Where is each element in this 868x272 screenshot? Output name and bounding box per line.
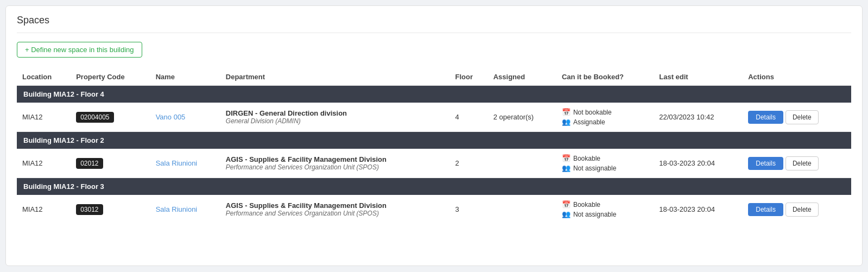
table-header: Location Property Code Name Department F… <box>17 68 851 86</box>
department-sub: General Division (ADMIN) <box>226 117 445 125</box>
delete-button[interactable]: Delete <box>785 156 819 170</box>
department-main: AGIS - Supplies & Facility Management Di… <box>226 201 445 210</box>
cell-assigned <box>488 195 556 224</box>
person-icon: 👥 <box>562 164 571 172</box>
col-floor: Floor <box>450 68 488 86</box>
assignable-status: 👥Not assignable <box>562 164 648 172</box>
page-title: Spaces <box>17 15 851 33</box>
cell-last-edit: 18-03-2023 20:04 <box>654 195 743 224</box>
cell-assigned: 2 operator(s) <box>488 103 556 132</box>
department-sub: Performance and Services Organization Un… <box>226 210 445 217</box>
col-actions: Actions <box>743 68 851 86</box>
table-row: MIA1202004005Vano 005DIRGEN - General Di… <box>17 103 851 132</box>
details-button[interactable]: Details <box>748 111 783 124</box>
cell-name: Sala Riunioni <box>150 149 220 178</box>
cell-department: DIRGEN - General Direction divisionGener… <box>220 103 450 132</box>
cell-department: AGIS - Supplies & Facility Management Di… <box>220 149 450 178</box>
group-header-row: Building MIA12 - Floor 3 <box>17 178 851 195</box>
department-main: DIRGEN - General Direction division <box>226 109 445 117</box>
department-sub: Performance and Services Organization Un… <box>226 163 445 171</box>
table-body: Building MIA12 - Floor 4MIA1202004005Van… <box>17 86 851 224</box>
cell-last-edit: 22/03/2023 10:42 <box>654 103 743 132</box>
cell-floor: 3 <box>450 195 488 224</box>
cell-bookable: 📅Bookable👥Not assignable <box>556 149 654 178</box>
page-wrapper: Spaces + Define new space in this buildi… <box>5 5 863 266</box>
space-name-link[interactable]: Vano 005 <box>156 113 186 121</box>
group-header-cell: Building MIA12 - Floor 4 <box>17 86 851 103</box>
cell-property-code: 03012 <box>71 195 150 224</box>
delete-button[interactable]: Delete <box>785 203 819 217</box>
assignable-status: 👥Not assignable <box>562 210 648 218</box>
bookable-status: 📅Bookable <box>562 154 648 162</box>
bookable-label: Bookable <box>573 201 600 208</box>
assignable-status: 👥Assignable <box>562 118 648 126</box>
col-bookable: Can it be Booked? <box>556 68 654 86</box>
cell-last-edit: 18-03-2023 20:04 <box>654 149 743 178</box>
cell-property-code: 02004005 <box>71 103 150 132</box>
cell-location: MIA12 <box>17 103 71 132</box>
calendar-icon: 📅 <box>562 108 571 116</box>
bookable-status: 📅Not bookable <box>562 108 648 116</box>
group-header-row: Building MIA12 - Floor 4 <box>17 86 851 103</box>
calendar-icon: 📅 <box>562 154 571 162</box>
person-icon: 👥 <box>562 210 571 218</box>
delete-button[interactable]: Delete <box>785 110 819 124</box>
col-assigned: Assigned <box>488 68 556 86</box>
cell-floor: 2 <box>450 149 488 178</box>
cell-name: Sala Riunioni <box>150 195 220 224</box>
cell-assigned <box>488 149 556 178</box>
calendar-icon: 📅 <box>562 200 571 208</box>
assignable-label: Assignable <box>573 118 605 126</box>
property-code-badge: 03012 <box>76 204 103 215</box>
table-row: MIA1202012Sala RiunioniAGIS - Supplies &… <box>17 149 851 178</box>
col-name: Name <box>150 68 220 86</box>
bookable-status: 📅Bookable <box>562 200 648 208</box>
cell-property-code: 02012 <box>71 149 150 178</box>
group-header-cell: Building MIA12 - Floor 2 <box>17 132 851 149</box>
spaces-table: Location Property Code Name Department F… <box>17 68 851 224</box>
details-button[interactable]: Details <box>748 203 783 216</box>
bookable-label: Bookable <box>573 155 600 162</box>
property-code-badge: 02004005 <box>76 112 113 123</box>
col-department: Department <box>220 68 450 86</box>
department-main: AGIS - Supplies & Facility Management Di… <box>226 155 445 163</box>
space-name-link[interactable]: Sala Riunioni <box>156 159 198 167</box>
person-icon: 👥 <box>562 118 571 126</box>
cell-name: Vano 005 <box>150 103 220 132</box>
group-header-cell: Building MIA12 - Floor 3 <box>17 178 851 195</box>
cell-actions: DetailsDelete <box>743 195 851 224</box>
col-last-edit: Last edit <box>654 68 743 86</box>
space-name-link[interactable]: Sala Riunioni <box>156 205 198 213</box>
group-header-row: Building MIA12 - Floor 2 <box>17 132 851 149</box>
details-button[interactable]: Details <box>748 157 783 170</box>
define-space-button[interactable]: + Define new space in this building <box>17 42 142 58</box>
cell-actions: DetailsDelete <box>743 149 851 178</box>
cell-location: MIA12 <box>17 195 71 224</box>
assignable-label: Not assignable <box>573 211 616 218</box>
bookable-label: Not bookable <box>573 109 612 116</box>
col-property-code: Property Code <box>71 68 150 86</box>
cell-actions: DetailsDelete <box>743 103 851 132</box>
assignable-label: Not assignable <box>573 165 616 172</box>
property-code-badge: 02012 <box>76 158 103 169</box>
cell-location: MIA12 <box>17 149 71 178</box>
col-location: Location <box>17 68 71 86</box>
cell-department: AGIS - Supplies & Facility Management Di… <box>220 195 450 224</box>
table-row: MIA1203012Sala RiunioniAGIS - Supplies &… <box>17 195 851 224</box>
cell-bookable: 📅Not bookable👥Assignable <box>556 103 654 132</box>
cell-floor: 4 <box>450 103 488 132</box>
cell-bookable: 📅Bookable👥Not assignable <box>556 195 654 224</box>
